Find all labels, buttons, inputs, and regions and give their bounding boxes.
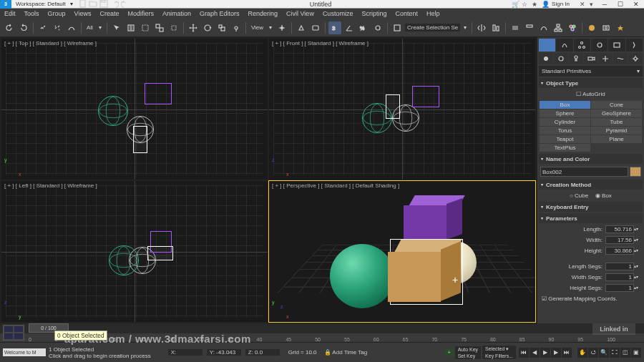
keyboard-shortcut-icon[interactable] bbox=[309, 21, 322, 34]
menu-edit[interactable]: Edit bbox=[4, 10, 16, 17]
select-name-icon[interactable] bbox=[125, 21, 137, 34]
box-selected[interactable] bbox=[133, 126, 147, 153]
curve-editor-icon[interactable] bbox=[537, 21, 550, 34]
render-production-icon[interactable] bbox=[614, 21, 627, 34]
minimize-button[interactable]: ─ bbox=[597, 0, 613, 9]
select-rect-icon[interactable] bbox=[139, 21, 152, 34]
prev-frame-icon[interactable]: ◀ bbox=[530, 348, 540, 358]
zoom-extents-icon[interactable]: ⛶ bbox=[610, 348, 620, 358]
chevron-down-icon[interactable]: ▾ bbox=[590, 1, 597, 8]
btn-cone[interactable]: Cone bbox=[591, 101, 642, 109]
selection-filter-chevron-icon[interactable]: ▾ bbox=[97, 24, 104, 31]
pan-icon[interactable]: ✋ bbox=[577, 348, 587, 358]
percent-snap-icon[interactable]: % bbox=[357, 21, 370, 34]
star-icon[interactable]: ☆ bbox=[522, 1, 529, 8]
sphere-green-3d[interactable] bbox=[330, 244, 394, 308]
cart-icon[interactable]: 🛒 bbox=[512, 1, 519, 8]
signin-link[interactable]: Sign In bbox=[552, 1, 570, 7]
menu-civilview[interactable]: Civil View bbox=[286, 10, 314, 17]
menu-modifiers[interactable]: Modifiers bbox=[127, 10, 154, 17]
undo-icon[interactable] bbox=[3, 21, 16, 34]
user-icon[interactable]: 👤 bbox=[542, 1, 549, 8]
maxscript-listener[interactable]: Welcome to M bbox=[3, 348, 46, 356]
viewport-left[interactable]: [ + ] [ Left ] [ Standard ] [ Wireframe … bbox=[1, 181, 268, 322]
spinner-icon[interactable]: ▴▾ bbox=[634, 286, 640, 290]
box-purple[interactable] bbox=[412, 86, 439, 107]
subtab-lights[interactable] bbox=[569, 53, 583, 64]
rollout-parameters[interactable]: Parameters bbox=[539, 213, 643, 223]
align-icon[interactable] bbox=[489, 21, 502, 34]
menu-tools[interactable]: Tools bbox=[24, 10, 39, 17]
zoom-icon[interactable]: 🔍 bbox=[599, 348, 609, 358]
edit-selection-set-icon[interactable] bbox=[391, 21, 404, 34]
select-object-icon[interactable] bbox=[110, 21, 123, 34]
viewport-layout-icon[interactable] bbox=[3, 325, 24, 341]
viewport-label-left[interactable]: [ + ] [ Left ] [ Standard ] [ Wireframe … bbox=[4, 182, 97, 189]
set-key-button[interactable]: Set Key bbox=[455, 353, 481, 359]
viewport-label-front[interactable]: [ + ] [ Front ] [ Standard ] [ Wireframe… bbox=[272, 40, 369, 47]
param-lsegs-field[interactable]: 1 bbox=[605, 263, 634, 270]
rotate-icon[interactable] bbox=[201, 21, 214, 34]
btn-torus[interactable]: Torus bbox=[540, 127, 590, 134]
material-editor-icon[interactable] bbox=[566, 21, 579, 34]
render-frame-icon[interactable] bbox=[600, 21, 613, 34]
btn-cylinder[interactable]: Cylinder bbox=[540, 118, 590, 126]
box-selected-3d[interactable] bbox=[391, 240, 462, 304]
next-frame-icon[interactable]: ▶ bbox=[551, 348, 561, 358]
spinner-icon[interactable]: ▴▾ bbox=[634, 275, 640, 279]
param-wsegs-field[interactable]: 1 bbox=[605, 273, 634, 281]
link-icon[interactable] bbox=[36, 21, 49, 34]
box-selected[interactable] bbox=[147, 246, 173, 260]
toggle-ribbon-icon[interactable] bbox=[523, 21, 536, 34]
snap-toggle-icon[interactable]: 3 bbox=[328, 21, 341, 34]
spinner-icon[interactable]: ▴▾ bbox=[634, 265, 640, 268]
tab-modify[interactable] bbox=[556, 39, 572, 52]
gen-mapping-checkbox[interactable]: ☑ Generate Mapping Coords. bbox=[539, 294, 643, 303]
key-mode-selected[interactable]: Selected ▾ bbox=[482, 346, 516, 353]
cross-icon[interactable]: ✕ bbox=[580, 1, 587, 8]
ref-coord-system[interactable]: View bbox=[249, 24, 265, 31]
menu-customize[interactable]: Customize bbox=[323, 10, 353, 17]
subtab-cameras[interactable] bbox=[584, 53, 598, 64]
subtab-shapes[interactable] bbox=[554, 53, 568, 64]
menu-create[interactable]: Create bbox=[99, 10, 119, 17]
btn-tube[interactable]: Tube bbox=[591, 118, 642, 126]
select-manipulate-icon[interactable] bbox=[295, 21, 308, 34]
btn-box[interactable]: Box bbox=[540, 101, 590, 109]
spinner-icon[interactable]: ▴▾ bbox=[634, 238, 640, 242]
param-height-field[interactable]: 30.866 bbox=[605, 247, 634, 255]
auto-key-button[interactable]: Auto Key bbox=[455, 346, 481, 353]
btn-geosphere[interactable]: GeoSphere bbox=[591, 109, 642, 117]
radio-cube[interactable]: ○ Cube bbox=[570, 192, 588, 199]
tab-hierarchy[interactable] bbox=[574, 39, 590, 52]
spinner-icon[interactable]: ▴▾ bbox=[634, 249, 640, 253]
autogrid-checkbox[interactable]: ☐ AutoGrid bbox=[539, 89, 643, 99]
rollout-keyboard-entry[interactable]: Keyboard Entry bbox=[539, 202, 643, 212]
tab-create[interactable] bbox=[539, 39, 555, 52]
set-key-big-button[interactable]: + bbox=[445, 349, 454, 356]
mirror-icon[interactable] bbox=[475, 21, 488, 34]
subtab-systems[interactable] bbox=[628, 53, 643, 64]
param-length-field[interactable]: 50.716 bbox=[605, 225, 634, 233]
object-name-field[interactable] bbox=[540, 167, 628, 177]
viewport-label-persp[interactable]: [ + ] [ Perspective ] [ Standard ] [ Def… bbox=[272, 182, 399, 189]
maximize-button[interactable]: ☐ bbox=[613, 0, 628, 9]
close-window-button[interactable]: ✕ bbox=[628, 0, 644, 9]
redo-titlebar-icon[interactable] bbox=[121, 0, 130, 8]
subtab-spacewarps[interactable] bbox=[613, 53, 628, 64]
subtab-geometry[interactable] bbox=[539, 53, 553, 64]
viewport-perspective[interactable]: [ + ] [ Perspective ] [ Standard ] [ Def… bbox=[269, 181, 535, 322]
tab-utilities[interactable] bbox=[626, 39, 643, 52]
menu-rendering[interactable]: Rendering bbox=[248, 10, 278, 17]
select-crossing-icon[interactable] bbox=[167, 21, 180, 34]
ref-coord-chevron-icon[interactable]: ▾ bbox=[267, 24, 274, 31]
key-filters-button[interactable]: Key Filters... bbox=[482, 353, 516, 359]
move-icon[interactable] bbox=[187, 21, 200, 34]
scale-icon[interactable] bbox=[215, 21, 228, 34]
viewport-front[interactable]: [ + ] [ Front ] [ Standard ] [ Wireframe… bbox=[269, 39, 535, 180]
spinner-icon[interactable]: ▴▾ bbox=[634, 228, 640, 231]
object-color-swatch[interactable] bbox=[630, 167, 641, 177]
render-setup-icon[interactable] bbox=[585, 21, 598, 34]
x-field[interactable]: X: bbox=[168, 349, 203, 356]
max-viewport-icon[interactable]: ▣ bbox=[631, 348, 641, 358]
